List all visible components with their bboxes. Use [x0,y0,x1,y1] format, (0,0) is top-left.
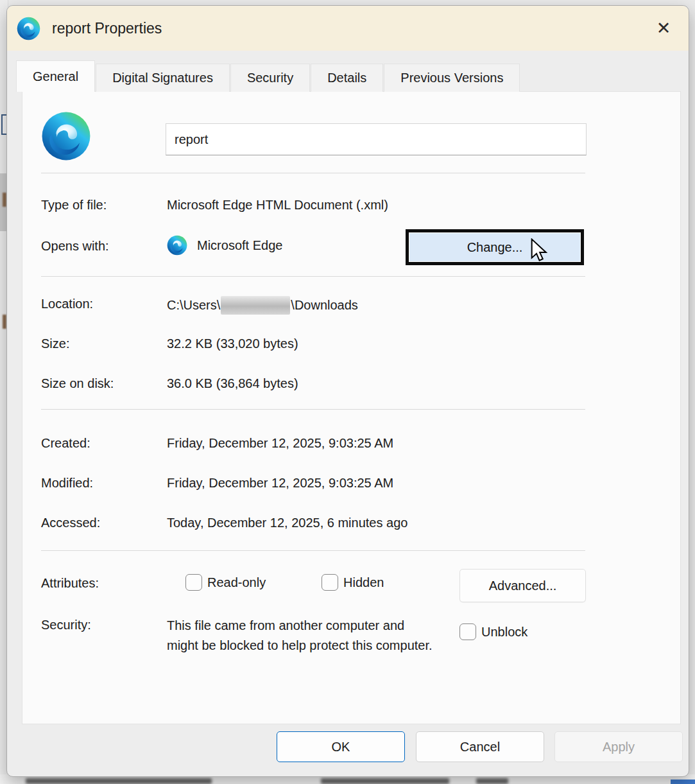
size-value: 32.2 KB (33,020 bytes) [167,336,298,352]
read-only-checkbox[interactable] [185,574,202,591]
title-bar: report Properties ✕ [7,6,689,51]
ok-button-label: OK [332,740,350,754]
redacted-username [221,296,290,315]
size-on-disk-value: 36.0 KB (36,864 bytes) [167,376,298,392]
background-blurred-text [26,778,212,784]
read-only-label: Read-only [207,575,266,590]
opens-with-edge-icon [167,235,187,256]
file-name-input[interactable] [166,123,587,155]
ok-button[interactable]: OK [277,731,405,762]
location-suffix: \Downloads [291,298,358,312]
accessed-value: Today, December 12, 2025, 6 minutes ago [167,515,408,531]
apply-button[interactable]: Apply [554,731,683,762]
properties-dialog: report Properties ✕ General Digital Sign… [6,5,689,777]
divider [41,276,585,277]
file-type-edge-icon [41,111,91,161]
close-icon[interactable]: ✕ [649,13,678,43]
tab-general[interactable]: General [16,60,95,92]
type-of-file-label: Type of file: [41,197,107,213]
opens-with-label: Opens with: [41,238,109,254]
mouse-cursor-icon [528,238,550,264]
background-blurred-text [476,778,508,784]
tab-security[interactable]: Security [230,64,310,92]
background-selection-bar [671,780,695,784]
security-label: Security: [41,617,91,633]
tab-details[interactable]: Details [311,64,383,92]
security-message: This file came from another computer and… [167,616,436,656]
advanced-button[interactable]: Advanced... [459,569,586,602]
change-button[interactable]: Change... [406,229,584,265]
divider [41,550,585,551]
unblock-label: Unblock [481,625,528,640]
hidden-checkbox[interactable] [322,574,338,591]
unblock-checkbox-item[interactable]: Unblock [459,623,528,640]
unblock-checkbox[interactable] [459,623,476,640]
type-of-file-value: Microsoft Edge HTML Document (.xml) [167,197,388,213]
tab-strip: General Digital Signatures Security Deta… [16,60,520,92]
size-label: Size: [41,336,69,352]
accessed-label: Accessed: [41,515,100,531]
cancel-button[interactable]: Cancel [416,731,544,762]
modified-value: Friday, December 12, 2025, 9:03:25 AM [167,475,393,491]
change-button-label: Change... [467,240,523,255]
modified-label: Modified: [41,475,93,491]
advanced-button-label: Advanced... [489,579,557,593]
cancel-button-label: Cancel [460,740,500,754]
tab-previous-versions[interactable]: Previous Versions [384,64,520,92]
size-on-disk-label: Size on disk: [41,376,114,392]
location-prefix: C:\Users\ [167,298,220,312]
read-only-checkbox-item[interactable]: Read-only [185,574,266,591]
location-value: C:\Users\\Downloads [167,296,358,315]
apply-button-label: Apply [603,740,635,754]
divider [41,173,585,173]
created-label: Created: [41,435,90,451]
tab-digital-signatures[interactable]: Digital Signatures [96,64,230,92]
general-tab-panel: Type of file: Microsoft Edge HTML Docume… [22,91,681,724]
location-label: Location: [41,296,93,312]
edge-icon [17,17,40,40]
hidden-checkbox-item[interactable]: Hidden [322,574,384,591]
opens-with-value: Microsoft Edge [197,238,282,253]
attributes-label: Attributes: [41,575,99,591]
created-value: Friday, December 12, 2025, 9:03:25 AM [167,435,393,451]
divider [41,409,585,410]
hidden-label: Hidden [343,575,384,590]
screen: { "window": { "title": "report Propertie… [0,0,695,784]
background-blurred-text [321,778,449,784]
window-title: report Properties [52,20,162,37]
